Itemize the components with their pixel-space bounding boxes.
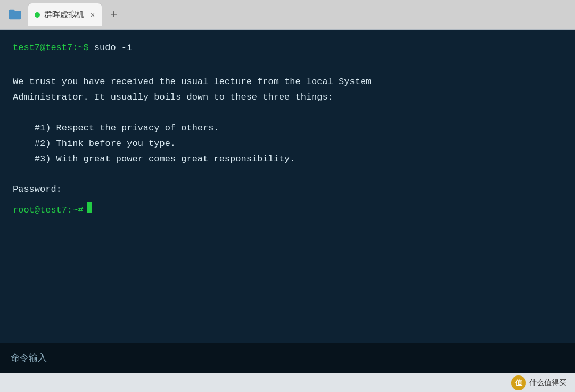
folder-icon[interactable] [4,4,26,25]
output-line-3 [13,105,562,121]
tab-close-button[interactable]: × [91,11,95,19]
command-input[interactable] [11,353,564,363]
watermark-text: 什么值得买 [529,378,566,388]
tab-bar: 群晖虚拟机 × + [0,0,575,30]
tab-label: 群晖虚拟机 [44,10,84,20]
new-tab-button[interactable]: + [104,5,124,24]
watermark-icon: 值 [511,375,526,390]
prompt-user-2: root@test7:~# [13,203,84,217]
terminal-output: We trust you have received the usual lec… [13,59,562,198]
terminal-content[interactable]: test7@test7:~$ sudo -i We trust you have… [0,30,575,343]
output-line-6: #3) With great power comes great respons… [13,152,562,167]
prompt-line-2: root@test7:~# [13,202,562,217]
terminal-wrapper: test7@test7:~$ sudo -i We trust you have… [0,30,575,373]
cursor [87,202,92,213]
tab-active-dot [35,12,40,18]
output-line-2: Administrator. It usually boils down to … [13,90,562,105]
watermark: 值 什么值得买 [511,375,566,390]
prompt-user-1: test7@test7:~$ [13,40,89,55]
command-input-bar [0,343,575,373]
prompt-command-1: sudo -i [94,40,132,55]
output-line-4: #1) Respect the privacy of others. [13,121,562,136]
output-line-5: #2) Think before you type. [13,136,562,152]
terminal-tab[interactable]: 群晖虚拟机 × [28,3,102,26]
output-line-1: We trust you have received the usual lec… [13,75,562,90]
output-line-7 [13,167,562,182]
watermark-bar: 值 什么值得买 [0,373,575,392]
prompt-line-1: test7@test7:~$ sudo -i [13,40,562,55]
output-line-0 [13,59,562,75]
output-line-8: Password: [13,182,562,198]
